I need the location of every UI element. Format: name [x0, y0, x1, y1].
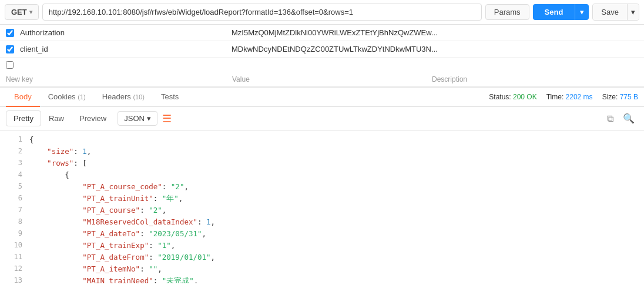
code-line: 9 "PT_A_dateTo": "2023/05/31",	[0, 228, 644, 240]
send-button[interactable]: Send	[533, 4, 575, 20]
code-line: 2 "size": 1,	[0, 146, 644, 157]
code-area[interactable]: 1{2 "size": 1,3 "rows": [4 {5 "PT_A_cour…	[0, 130, 644, 283]
method-select[interactable]: GET ▾	[5, 4, 39, 20]
status-label: Status: 200 OK	[489, 93, 536, 101]
column-labels: New key Value Description	[0, 72, 644, 87]
send-button-group: Send ▾	[533, 4, 589, 20]
format-label: JSON	[124, 114, 145, 123]
method-label: GET	[11, 8, 27, 16]
method-chevron-icon: ▾	[29, 9, 32, 15]
tab-body[interactable]: Body	[6, 88, 40, 107]
empty-checkbox[interactable]	[6, 61, 14, 69]
wrap-icon[interactable]: ☰	[162, 112, 172, 125]
params-button[interactable]: Params	[485, 4, 529, 20]
tab-headers[interactable]: Headers (10)	[94, 88, 153, 107]
key-column-label: New key	[6, 75, 226, 83]
top-bar: GET ▾ Params Send ▾ Save ▾	[0, 0, 644, 25]
save-button[interactable]: Save	[593, 4, 627, 20]
format-select[interactable]: JSON ▾	[118, 111, 157, 126]
status-bar: Status: 200 OK Time: 2202 ms Size: 775 B	[489, 93, 638, 101]
authorization-checkbox[interactable]	[6, 29, 14, 37]
save-button-group: Save ▾	[592, 4, 639, 21]
tab-cookies[interactable]: Cookies (1)	[40, 88, 94, 107]
tab-pretty[interactable]: Pretty	[6, 110, 41, 126]
value-column-label: Value	[232, 75, 426, 83]
size-label: Size: 775 B	[602, 93, 638, 101]
code-line: 4 {	[0, 169, 644, 181]
view-tabs: Pretty Raw Preview JSON ▾ ☰ ⧉ 🔍	[0, 107, 644, 130]
code-line: 11 "PT_A_dateFrom": "2019/01/01",	[0, 252, 644, 263]
description-column-label: Description	[432, 75, 638, 83]
response-tabs: Body Cookies (1) Headers (10) Tests Stat…	[0, 88, 644, 107]
code-line: 5 "PT_A_course_code": "2",	[0, 181, 644, 193]
url-input[interactable]	[42, 4, 482, 21]
code-line: 1{	[0, 134, 644, 146]
code-line: 10 "PT_A_trainExp": "1",	[0, 240, 644, 252]
authorization-key: Authorization	[20, 28, 226, 37]
search-icon[interactable]: 🔍	[619, 110, 638, 126]
tab-tests[interactable]: Tests	[153, 88, 187, 107]
format-chevron-icon: ▾	[147, 114, 151, 123]
code-line: 8 "M18ReservedCol_dataIndex": 1,	[0, 216, 644, 228]
header-row-authorization: Authorization MzI5MzQ0MjMtZDlkNi00YWRiLW…	[0, 25, 644, 41]
time-value: 2202 ms	[566, 93, 593, 101]
headers-badge: (10)	[133, 93, 145, 100]
client-id-key: client_id	[20, 45, 226, 53]
copy-icon[interactable]: ⧉	[603, 111, 617, 126]
code-line: 6 "PT_A_trainUnit": "年",	[0, 193, 644, 205]
tab-preview[interactable]: Preview	[72, 110, 114, 126]
client-id-checkbox[interactable]	[6, 45, 14, 53]
client-id-value: MDkwNDcyNDEtNDQzZC00ZTUwLTkwZDYtNDkwMTU3…	[232, 45, 638, 53]
code-line: 13 "MAIN_trainNeed": "未完成",	[0, 275, 644, 283]
size-value: 775 B	[620, 93, 638, 101]
headers-section: Authorization MzI5MzQ0MjMtZDlkNi00YWRiLW…	[0, 25, 644, 88]
code-line: 3 "rows": [	[0, 157, 644, 169]
header-row-empty	[0, 58, 644, 72]
time-label: Time: 2202 ms	[546, 93, 593, 101]
status-value: 200 OK	[513, 93, 537, 101]
header-row-client-id: client_id MDkwNDcyNDEtNDQzZC00ZTUwLTkwZD…	[0, 41, 644, 58]
cookies-badge: (1)	[78, 93, 85, 100]
authorization-value: MzI5MzQ0MjMtZDlkNi00YWRiLWExZTEtYjBhNzQw…	[232, 28, 638, 37]
code-line: 7 "PT_A_course": "2",	[0, 205, 644, 216]
save-dropdown-button[interactable]: ▾	[627, 4, 639, 20]
tab-raw[interactable]: Raw	[41, 110, 72, 126]
code-line: 12 "PT_A_itemNo": "",	[0, 263, 644, 275]
send-dropdown-button[interactable]: ▾	[575, 4, 589, 20]
